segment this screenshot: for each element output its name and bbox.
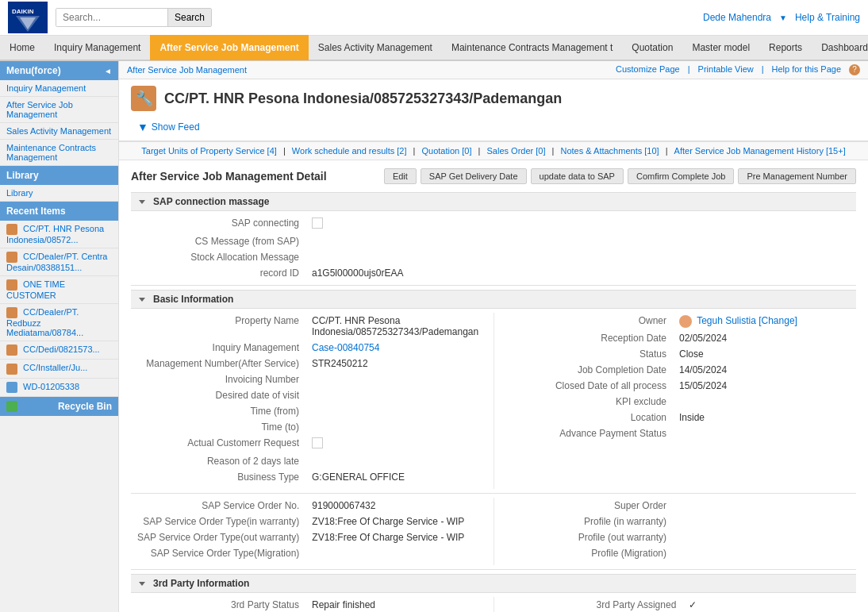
cs-message-label: CS Message (from SAP) xyxy=(131,233,305,249)
sidebar-recent-6[interactable]: CC/Installer/Ju... xyxy=(0,360,118,378)
printable-view-link[interactable]: Printable View xyxy=(698,64,754,75)
actual-request-checkbox[interactable] xyxy=(312,437,323,448)
page-title: CC/PT. HNR Pesona Indonesia/085725327343… xyxy=(164,90,562,107)
nav-sales[interactable]: Sales Activity Management xyxy=(309,35,442,60)
sidebar-menu-force-title: Menu(force) xyxy=(6,65,61,76)
help-page-link[interactable]: Help for this Page xyxy=(772,64,841,75)
breadcrumb-section[interactable]: After Service Job Management xyxy=(127,65,247,75)
sub-link-4[interactable]: Notes & Attachments [10] xyxy=(560,146,659,156)
change-owner-link[interactable]: [Change] xyxy=(759,315,797,326)
search-button[interactable]: Search xyxy=(167,9,211,26)
sap-out-warranty-value: ZV18:Free Of Charge Service - WIP xyxy=(305,529,490,545)
nav-dashboards[interactable]: Dashboards xyxy=(812,35,868,60)
sub-link-3[interactable]: Sales Order [0] xyxy=(487,146,546,156)
help-link[interactable]: Help & Training xyxy=(795,12,860,23)
property-name-value: CC/PT. HNR Pesona Indonesia/085725327343… xyxy=(305,313,490,340)
sidebar-library-header[interactable]: Library xyxy=(0,166,118,185)
status-label: Status xyxy=(498,346,673,362)
sidebar-recycle-header[interactable]: Recycle Bin xyxy=(0,397,118,416)
sidebar-recent-5[interactable]: CC/Dedi/0821573... xyxy=(0,341,118,360)
pre-management-button[interactable]: Pre Management Number xyxy=(738,168,856,184)
main-content: After Service Job Management Customize P… xyxy=(119,61,868,612)
third-party-assigned-label: 3rd Party Assigned xyxy=(498,597,682,612)
sidebar-recent-icon-7 xyxy=(6,382,17,393)
inquiry-label: Inquiry Management xyxy=(131,340,305,356)
profile-out-value xyxy=(673,529,856,545)
sap-delivery-date-button[interactable]: SAP Get Delivery Date xyxy=(421,168,527,184)
sub-link-0[interactable]: Target Units of Property Service [4] xyxy=(141,146,277,156)
sidebar-item-after-service[interactable]: After Service Job Management xyxy=(0,97,118,123)
sidebar-item-sales-activity[interactable]: Sales Activity Management xyxy=(0,123,118,140)
super-order-value xyxy=(673,498,856,514)
nav-maintenance[interactable]: Maintenance Contracts Management t xyxy=(442,35,622,60)
sidebar-recent-4[interactable]: CC/Dealer/PT. Redbuzz Mediatama/08784... xyxy=(0,304,118,341)
help-info-icon: ? xyxy=(849,64,860,75)
time-to-value xyxy=(305,419,490,435)
sidebar-item-maintenance[interactable]: Maintenance Contracts Management xyxy=(0,140,118,166)
feed-icon: ▼ xyxy=(137,121,148,133)
edit-button[interactable]: Edit xyxy=(384,168,417,184)
third-party-status-value: Repair finished xyxy=(305,597,490,612)
inquiry-link[interactable]: Case-00840754 xyxy=(312,342,379,353)
field-management-number: Management Number(After Service) STR2450… xyxy=(131,356,490,371)
sap-order-no-value: 919000067432 xyxy=(305,498,490,514)
sidebar-item-library[interactable]: Library xyxy=(0,185,118,202)
sidebar-menu-force-toggle: ◄ xyxy=(104,67,112,75)
user-dropdown-icon[interactable]: ▼ xyxy=(779,13,787,22)
sap-field-connecting: SAP connecting xyxy=(131,215,856,233)
reception-date-value: 02/05/2024 xyxy=(673,330,856,346)
nav-master[interactable]: Master model xyxy=(682,35,759,60)
sidebar-recent-3[interactable]: ONE TIME CUSTOMER xyxy=(0,276,118,304)
sidebar-item-inquiry[interactable]: Inquiry Management xyxy=(0,80,118,97)
customize-page-link[interactable]: Customize Page xyxy=(616,64,680,75)
reception-date-label: Reception Date xyxy=(498,330,673,346)
sidebar-recent-7[interactable]: WD-01205338 xyxy=(0,379,118,397)
nav-home[interactable]: Home xyxy=(0,35,44,60)
time-to-label: Time (to) xyxy=(131,419,305,435)
basic-section-toggle[interactable]: Basic Information xyxy=(131,290,856,309)
detail-section: After Service Job Management Detail Edit… xyxy=(119,160,868,612)
sidebar-recent-2[interactable]: CC/Dealer/PT. Centra Desain/08388151... xyxy=(0,248,118,276)
top-bar: DAIKIN Search Dede Mahendra ▼ Help & Tra… xyxy=(0,0,868,36)
super-order-label: Super Order xyxy=(498,498,673,514)
third-party-status-label: 3rd Party Status xyxy=(131,597,305,612)
status-value: Close xyxy=(673,346,856,362)
show-feed-bar: ▼ Show Feed xyxy=(119,117,868,141)
record-id-value: a1G5l00000ujs0rEAA xyxy=(305,265,773,281)
nav-quotation[interactable]: Quotation xyxy=(622,35,682,60)
closed-date-label: Closed Date of all process xyxy=(498,378,673,394)
basic-section-arrow xyxy=(139,298,145,302)
third-party-left-table: 3rd Party Status Repair finished 3rd Par… xyxy=(131,597,490,612)
user-link[interactable]: Dede Mahendra xyxy=(703,12,771,23)
third-party-right: 3rd Party Assigned ✓ Warranty Condition … xyxy=(494,597,856,612)
field-status: Status Close xyxy=(498,346,856,362)
inquiry-value: Case-00840754 xyxy=(305,340,490,356)
nav-inquiry[interactable]: Inquiry Management xyxy=(44,35,150,60)
third-party-toggle[interactable]: 3rd Party Information xyxy=(131,574,856,593)
sidebar-recent-header[interactable]: Recent Items xyxy=(0,202,118,221)
sap-connecting-checkbox[interactable] xyxy=(312,217,323,229)
profile-in-value xyxy=(673,514,856,529)
field-profile-out: Profile (out warranty) xyxy=(498,529,856,545)
confirm-complete-button[interactable]: Comfirm Complete Job xyxy=(628,168,734,184)
sidebar-recent-1[interactable]: CC/PT. HNR Pesona Indonesia/08572... xyxy=(0,221,118,248)
sub-link-2[interactable]: Quotation [0] xyxy=(422,146,472,156)
sidebar-menu-force-header[interactable]: Menu(force) ◄ xyxy=(0,61,118,80)
update-sap-button[interactable]: update data to SAP xyxy=(531,168,624,184)
show-feed-button[interactable]: ▼ Show Feed xyxy=(131,117,206,137)
sub-link-5[interactable]: After Service Job Management History [15… xyxy=(674,146,846,156)
kpi-exclude-value xyxy=(673,394,856,410)
sap-field-record-id: record ID a1G5l00000ujs0rEAA xyxy=(131,265,856,281)
search-input[interactable] xyxy=(56,9,167,26)
sap-order-right-table: Super Order Profile (in warranty) Profil… xyxy=(498,498,856,561)
sub-link-1[interactable]: Work schedule and results [2] xyxy=(292,146,407,156)
sap-order-fields: SAP Service Order No. 919000067432 SAP S… xyxy=(131,498,856,565)
owner-link[interactable]: Teguh Sulistia xyxy=(697,315,756,326)
sap-section-toggle[interactable]: SAP connection massage xyxy=(131,192,856,211)
third-party-fields: 3rd Party Status Repair finished 3rd Par… xyxy=(131,597,856,612)
sidebar-recent-title: Recent Items xyxy=(6,206,66,217)
nav-reports[interactable]: Reports xyxy=(759,35,812,60)
field-invoicing: Invoicing Number xyxy=(131,371,490,387)
sap-out-warranty-label: SAP Service Order Type(out warranty) xyxy=(131,529,305,545)
nav-after-service[interactable]: After Service Job Management xyxy=(150,35,308,60)
